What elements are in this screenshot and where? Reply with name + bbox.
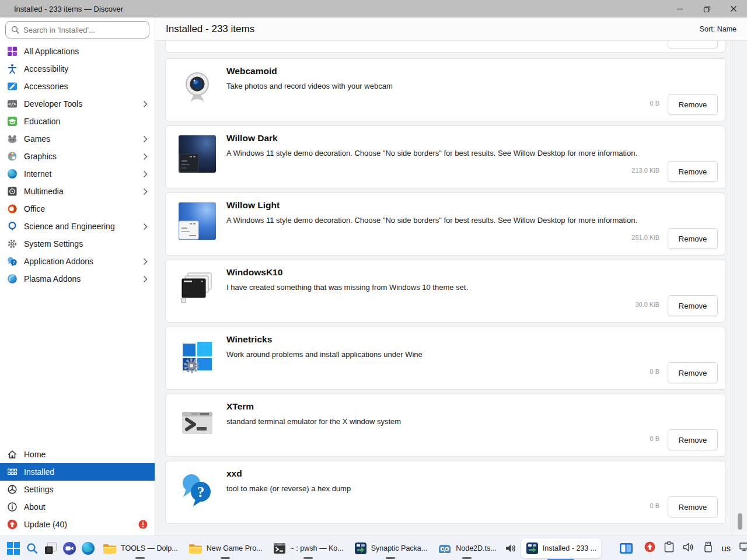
- sidebar-item-games[interactable]: Games: [0, 130, 155, 148]
- task-label: Installed - 233 ...: [543, 544, 596, 552]
- sidebar-item-about[interactable]: About: [0, 498, 155, 516]
- list-item-webcamoid[interactable]: Webcamoid Take photos and record videos …: [165, 58, 725, 121]
- sidebar-item-science-and-engineering[interactable]: Science and Engineering: [0, 218, 155, 235]
- system-tray: us 22:49 2023-07-11: [640, 539, 747, 557]
- list-item-winetricks[interactable]: Winetricks Work around problems and inst…: [165, 327, 725, 390]
- windows-start-icon: [6, 541, 20, 555]
- list-item-willow-light[interactable]: Willow Light A Windows 11 style demo dec…: [165, 192, 725, 256]
- app-name: XTerm: [226, 401, 254, 412]
- office-icon: [7, 204, 18, 214]
- sidebar-item-all-applications[interactable]: All Applications: [0, 43, 155, 60]
- tray-clipboard-icon[interactable]: [664, 541, 674, 555]
- taskbar-task-tools-folder[interactable]: TOOLS — Dolp...: [98, 537, 183, 560]
- app-description: tool to make (or reverse) a hex dump: [226, 484, 351, 493]
- sidebar-item-label: Multimedia: [24, 187, 64, 196]
- sidebar-item-label: Science and Engineering: [24, 222, 115, 231]
- running-indicator: [221, 557, 230, 559]
- sidebar-item-multimedia[interactable]: Multimedia: [0, 183, 155, 200]
- photos-app-button[interactable]: [42, 537, 60, 560]
- taskbar-task-godot[interactable]: Node2D.ts...: [433, 537, 501, 560]
- tray-usb-device-icon[interactable]: [704, 541, 713, 555]
- app-size: 0 B: [650, 41, 659, 41]
- package-manager-icon: [526, 542, 539, 555]
- app-size: 0 B: [650, 100, 659, 107]
- taskbar-task-discover-active[interactable]: Installed - 233 ...: [521, 538, 601, 558]
- window-layout-app-button[interactable]: [617, 537, 635, 560]
- update-alert-badge-icon: [138, 520, 148, 529]
- remove-button[interactable]: Remove: [668, 429, 718, 450]
- sidebar-item-update[interactable]: Update (40): [0, 516, 155, 533]
- sidebar-item-office[interactable]: Office: [0, 200, 155, 218]
- remove-button[interactable]: Remove: [668, 496, 718, 517]
- sidebar-item-accessories[interactable]: Accessories: [0, 78, 155, 95]
- list-item-xterm[interactable]: XTerm standard terminal emulator for the…: [165, 394, 725, 457]
- willow-light-app-icon: [179, 202, 216, 240]
- sidebar-item-plasma-addons[interactable]: Plasma Addons: [0, 270, 155, 288]
- sidebar-item-label: Application Addons: [24, 257, 93, 266]
- sidebar-item-home[interactable]: Home: [0, 446, 155, 463]
- remove-button[interactable]: Remove: [668, 161, 718, 182]
- list-item-willow-dark[interactable]: Willow Dark A Windows 11 style demo deco…: [165, 125, 725, 188]
- app-name: Winetricks: [226, 334, 272, 345]
- remove-button[interactable]: Remove: [668, 295, 718, 316]
- list-item-partial[interactable]: 0 B Remove: [165, 41, 725, 52]
- science-icon: [7, 221, 18, 232]
- svg-text:</>: </>: [8, 102, 16, 107]
- taskbar-task-synaptic[interactable]: Synaptic Packa...: [350, 537, 432, 560]
- window-controls: [666, 0, 747, 18]
- sidebar-item-accessibility[interactable]: Accessibility: [0, 60, 155, 78]
- taskbar-search-button[interactable]: [23, 537, 41, 560]
- running-indicator: [386, 557, 395, 559]
- search-input[interactable]: [23, 26, 144, 34]
- restore-button[interactable]: [693, 0, 720, 18]
- app-size: 0 B: [650, 502, 659, 509]
- scrollbar-track[interactable]: [732, 41, 747, 536]
- folder-icon: [189, 542, 203, 554]
- chevron-right-icon: [143, 223, 148, 230]
- minimize-icon: [676, 5, 683, 12]
- sidebar-item-installed[interactable]: Installed: [0, 463, 155, 481]
- list-item-windowsk10[interactable]: WindowsK10 I have created something that…: [165, 260, 725, 323]
- sidebar-item-application-addons[interactable]: ? Application Addons: [0, 253, 155, 270]
- package-manager-icon: [354, 542, 367, 555]
- start-button[interactable]: [5, 537, 22, 560]
- remove-button[interactable]: Remove: [668, 228, 718, 249]
- minimize-button[interactable]: [666, 0, 693, 18]
- sidebar-item-graphics[interactable]: Graphics: [0, 148, 155, 165]
- tray-display-connect-icon[interactable]: [739, 542, 747, 555]
- task-label: Synaptic Packa...: [371, 544, 428, 552]
- task-label: ~ : pwsh — Ko...: [290, 544, 344, 552]
- close-button[interactable]: [720, 0, 747, 18]
- edge-browser-button[interactable]: [79, 537, 97, 560]
- scrollbar-thumb[interactable]: [738, 513, 742, 530]
- list-item-xxd[interactable]: ? xxd tool to make (or reverse) a hex du…: [165, 461, 725, 524]
- taskbar-task-pwsh-terminal[interactable]: ~ : pwsh — Ko...: [268, 537, 348, 560]
- taskbar-task-new-game-folder[interactable]: New Game Pro...: [184, 537, 267, 560]
- sidebar-item-system-settings[interactable]: System Settings: [0, 235, 155, 253]
- camera-app-button[interactable]: [61, 537, 78, 560]
- task-label: New Game Pro...: [207, 544, 263, 552]
- tray-volume-icon[interactable]: [683, 542, 695, 555]
- education-icon: [7, 116, 18, 127]
- sidebar-item-label: Installed: [24, 467, 54, 477]
- remove-button[interactable]: Remove: [668, 362, 718, 383]
- sidebar-item-settings[interactable]: Settings: [0, 481, 155, 498]
- tray-update-notifier[interactable]: [644, 541, 655, 555]
- app-name: Willow Light: [226, 200, 280, 211]
- sort-selector[interactable]: Sort: Name: [700, 25, 736, 33]
- content-header: Installed - 233 items Sort: Name: [155, 18, 747, 41]
- search-icon: [26, 542, 39, 555]
- audio-playing-indicator[interactable]: [502, 537, 520, 560]
- sidebar-item-developer-tools[interactable]: </> Developer Tools: [0, 95, 155, 113]
- sidebar-item-education[interactable]: Education: [0, 113, 155, 130]
- sidebar-item-internet[interactable]: Internet: [0, 165, 155, 183]
- task-label: Node2D.ts...: [456, 544, 496, 552]
- all-applications-icon: [7, 46, 18, 57]
- window-title: Installed - 233 items — Discover: [14, 5, 123, 13]
- remove-button[interactable]: Remove: [668, 94, 718, 115]
- sidebar-item-label: Internet: [24, 169, 51, 178]
- sidebar-item-label: Accessories: [24, 82, 68, 91]
- remove-button[interactable]: Remove: [668, 41, 718, 48]
- chevron-right-icon: [143, 275, 148, 283]
- keyboard-layout-indicator[interactable]: us: [721, 543, 731, 553]
